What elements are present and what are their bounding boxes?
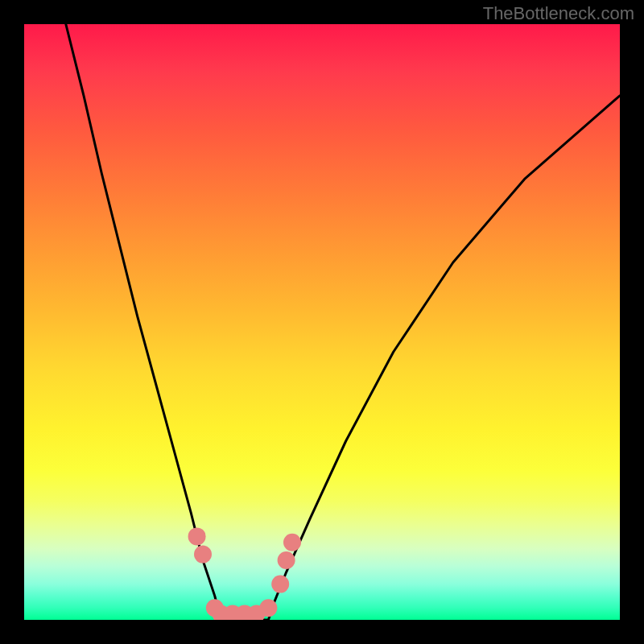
data-marker	[188, 527, 206, 545]
watermark-text: TheBottleneck.com	[483, 3, 634, 24]
data-marker	[278, 551, 295, 569]
data-markers	[188, 527, 301, 620]
data-marker	[259, 599, 277, 617]
data-marker	[194, 546, 212, 564]
data-marker	[283, 534, 301, 551]
data-marker	[271, 576, 289, 593]
chart-plot-area	[24, 24, 620, 620]
chart-svg	[24, 24, 620, 620]
curve-path	[66, 24, 620, 620]
bottleneck-curve	[66, 24, 620, 620]
